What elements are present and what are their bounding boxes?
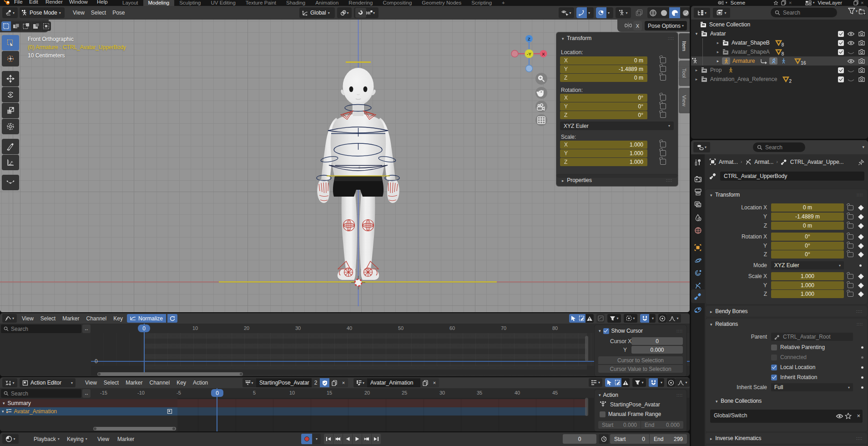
svg-text:X: X bbox=[542, 51, 545, 56]
svg-text:Z: Z bbox=[528, 36, 530, 41]
svg-text:-Y: -Y bbox=[527, 51, 531, 56]
